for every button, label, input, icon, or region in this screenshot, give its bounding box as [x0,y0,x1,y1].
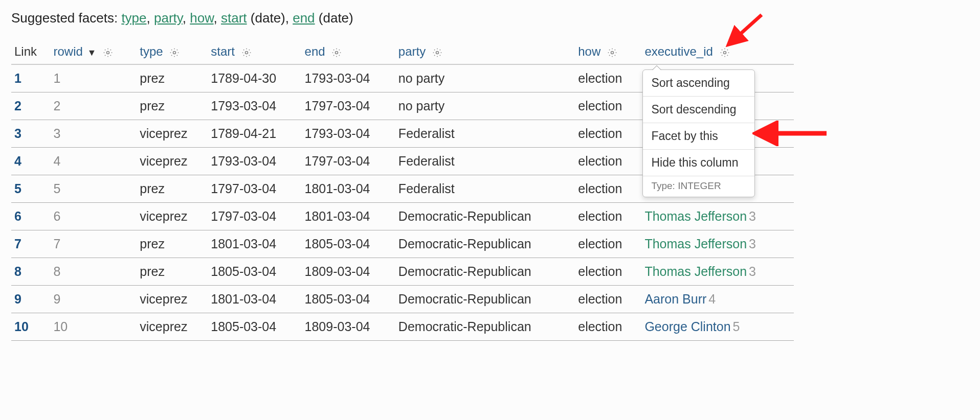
menu-facet-by-this[interactable]: Facet by this [643,123,754,150]
gear-icon[interactable] [103,48,113,58]
column-header-type[interactable]: type [137,40,208,64]
column-label[interactable]: executive_id [644,44,712,58]
row-link[interactable]: 7 [14,237,21,251]
svg-point-6 [723,51,726,54]
facet-link-end[interactable]: end [293,10,315,26]
column-label[interactable]: rowid [53,44,82,58]
cell-rowid: 10 [50,313,137,341]
cell-how: election [575,230,641,258]
facet-link-how[interactable]: how [190,10,213,26]
executive-link[interactable]: Thomas Jefferson3 [644,237,756,251]
gear-icon[interactable] [331,48,342,58]
column-header-rowid[interactable]: rowid ▼ [50,40,137,64]
cell-end: 1797-03-04 [302,92,395,120]
cell-party: Democratic-Republican [395,313,575,341]
table-row: 66viceprez1797-03-041801-03-04Democratic… [11,203,794,230]
svg-point-1 [173,51,176,54]
table-row: 88prez1805-03-041809-03-04Democratic-Rep… [11,258,794,286]
cell-party: Democratic-Republican [395,230,575,258]
cell-party: Federalist [395,175,575,203]
cell-rowid: 4 [50,148,137,175]
menu-sort-descending[interactable]: Sort descending [643,97,754,123]
table-header-row: Link rowid ▼ type start end party [11,40,794,64]
row-link[interactable]: 6 [14,209,21,223]
svg-point-5 [611,51,613,54]
cell-link: 7 [11,230,50,258]
gear-icon[interactable] [432,48,442,58]
column-header-end[interactable]: end [302,40,395,64]
row-link[interactable]: 10 [14,319,29,334]
menu-sort-ascending[interactable]: Sort ascending [643,70,754,97]
executive-link[interactable]: Thomas Jefferson3 [644,264,756,278]
cell-executive-id: Thomas Jefferson3 [641,230,794,258]
cell-rowid: 9 [50,286,137,313]
column-label[interactable]: end [305,44,325,58]
cell-start: 1805-03-04 [208,258,301,286]
menu-column-type: Type: INTEGER [643,176,754,197]
svg-point-2 [245,51,248,54]
cell-party: Federalist [395,148,575,175]
cell-link: 9 [11,286,50,313]
cell-how: election [575,313,641,341]
column-header-party[interactable]: party [395,40,575,64]
row-link[interactable]: 1 [14,71,21,85]
svg-point-3 [336,51,338,54]
table-row: 99viceprez1801-03-041805-03-04Democratic… [11,286,794,313]
table-row: 77prez1801-03-041805-03-04Democratic-Rep… [11,230,794,258]
cell-link: 5 [11,175,50,203]
table-row: 1010viceprez1805-03-041809-03-04Democrat… [11,313,794,341]
facet-link-start[interactable]: start [221,10,247,26]
menu-hide-this-column[interactable]: Hide this column [643,150,754,176]
cell-end: 1805-03-04 [302,286,395,313]
row-link[interactable]: 9 [14,292,21,306]
column-label[interactable]: party [398,44,426,58]
gear-icon[interactable] [169,48,180,58]
cell-start: 1801-03-04 [208,286,301,313]
cell-how: election [575,175,641,203]
facet-link-party[interactable]: party [154,10,183,26]
cell-type: prez [137,92,208,120]
row-link[interactable]: 3 [14,126,21,141]
cell-type: prez [137,64,208,92]
gear-icon[interactable] [720,48,730,58]
cell-how: election [575,203,641,230]
cell-type: viceprez [137,313,208,341]
column-header-link: Link [11,40,50,64]
cell-link: 3 [11,120,50,148]
row-link[interactable]: 8 [14,264,21,278]
cell-type: prez [137,230,208,258]
executive-link[interactable]: Thomas Jefferson3 [644,209,756,223]
svg-point-0 [107,51,109,54]
cell-link: 1 [11,64,50,92]
gear-icon[interactable] [607,48,617,58]
facet-link-type[interactable]: type [121,10,146,26]
cell-end: 1809-03-04 [302,258,395,286]
column-label[interactable]: how [578,44,600,58]
row-link[interactable]: 2 [14,99,21,113]
cell-how: election [575,286,641,313]
cell-executive-id: Aaron Burr4 [641,286,794,313]
cell-start: 1789-04-30 [208,64,301,92]
row-link[interactable]: 5 [14,181,21,196]
cell-start: 1789-04-21 [208,120,301,148]
column-header-start[interactable]: start [208,40,301,64]
cell-rowid: 8 [50,258,137,286]
cell-executive-id: Thomas Jefferson3 [641,258,794,286]
cell-party: Democratic-Republican [395,258,575,286]
svg-point-4 [436,51,438,54]
column-label[interactable]: type [140,44,163,58]
suggested-facets-label: Suggested facets: [11,10,121,26]
cell-end: 1793-03-04 [302,120,395,148]
column-header-executive-id[interactable]: executive_id [641,40,794,64]
gear-icon[interactable] [241,48,252,58]
suggested-facets: Suggested facets: type, party, how, star… [11,10,969,26]
cell-start: 1793-03-04 [208,92,301,120]
column-label: Link [14,44,37,58]
cell-end: 1809-03-04 [302,313,395,341]
cell-how: election [575,64,641,92]
executive-link[interactable]: Aaron Burr4 [644,292,716,306]
column-header-how[interactable]: how [575,40,641,64]
column-label[interactable]: start [211,44,235,58]
row-link[interactable]: 4 [14,154,21,168]
executive-link[interactable]: George Clinton5 [644,319,740,334]
